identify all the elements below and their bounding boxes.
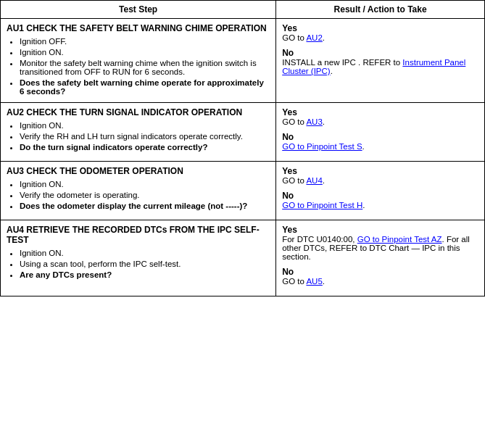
section-title-au1: AU1 CHECK THE SAFETY BELT WARNING CHIME … xyxy=(7,23,270,33)
link-AU5[interactable]: AU5 xyxy=(306,277,322,286)
result-block-au2-0: YesGO to AU3. xyxy=(282,107,478,126)
result-cell-au4: YesFor DTC U0140:00, GO to Pinpoint Test… xyxy=(276,220,484,296)
result-text-span: GO to xyxy=(282,176,306,185)
link-AU2[interactable]: AU2 xyxy=(306,33,322,42)
result-text-au4-1: GO to AU5. xyxy=(282,277,478,286)
step-cell-au3: AU3 CHECK THE ODOMETER OPERATIONIgnition… xyxy=(1,162,276,220)
step-item-au3-0: Ignition ON. xyxy=(20,180,270,188)
result-text-au3-1: GO to Pinpoint Test H. xyxy=(282,201,478,210)
result-block-au1-0: YesGO to AU2. xyxy=(282,23,478,42)
table-header: Test Step Result / Action to Take xyxy=(1,1,484,19)
step-list-au1: Ignition OFF.Ignition ON.Monitor the saf… xyxy=(7,37,270,96)
step-list-au4: Ignition ON.Using a scan tool, perform t… xyxy=(7,249,270,279)
result-cell-au1: YesGO to AU2.NoINSTALL a new IPC . REFER… xyxy=(276,19,484,102)
result-text-span: . xyxy=(323,176,325,185)
result-block-au1-1: NoINSTALL a new IPC . REFER to Instrumen… xyxy=(282,48,478,75)
result-cell-au2: YesGO to AU3.NoGO to Pinpoint Test S. xyxy=(276,103,484,161)
section-title-au4: AU4 RETRIEVE THE RECORDED DTCs FROM THE … xyxy=(7,225,270,245)
section-au4: AU4 RETRIEVE THE RECORDED DTCs FROM THE … xyxy=(1,220,484,296)
result-block-au4-1: NoGO to AU5. xyxy=(282,267,478,286)
step-cell-au1: AU1 CHECK THE SAFETY BELT WARNING CHIME … xyxy=(1,19,276,102)
step-item-au2-1: Verify the RH and LH turn signal indicat… xyxy=(20,132,270,141)
step-item-au1-1: Ignition ON. xyxy=(20,48,270,57)
step-item-au4-2: Are any DTCs present? xyxy=(20,270,270,279)
header-test-step: Test Step xyxy=(1,1,276,18)
result-block-au3-0: YesGO to AU4. xyxy=(282,166,478,185)
result-text-span: INSTALL a new IPC . REFER to xyxy=(282,58,402,67)
result-block-au4-0: YesFor DTC U0140:00, GO to Pinpoint Test… xyxy=(282,225,478,261)
step-list-au2: Ignition ON.Verify the RH and LH turn si… xyxy=(7,121,270,152)
section-au1: AU1 CHECK THE SAFETY BELT WARNING CHIME … xyxy=(1,19,484,103)
result-label-au1-1: No xyxy=(282,48,478,58)
result-label-au2-0: Yes xyxy=(282,107,478,117)
result-label-au2-1: No xyxy=(282,132,478,142)
step-item-au3-2: Does the odometer display the current mi… xyxy=(20,202,270,210)
step-cell-au4: AU4 RETRIEVE THE RECORDED DTCs FROM THE … xyxy=(1,220,276,296)
result-text-au2-0: GO to AU3. xyxy=(282,117,478,126)
result-text-au3-0: GO to AU4. xyxy=(282,176,478,185)
result-text-span: GO to xyxy=(282,33,306,42)
section-au3: AU3 CHECK THE ODOMETER OPERATIONIgnition… xyxy=(1,162,484,220)
link-PinpointAZ[interactable]: GO to Pinpoint Test AZ xyxy=(357,235,442,244)
result-cell-au3: YesGO to AU4.NoGO to Pinpoint Test H. xyxy=(276,162,484,220)
result-label-au4-0: Yes xyxy=(282,225,478,235)
result-text-span: . xyxy=(323,33,325,42)
result-block-au3-1: NoGO to Pinpoint Test H. xyxy=(282,191,478,210)
step-item-au1-2: Monitor the safety belt warning chime wh… xyxy=(20,59,270,76)
step-item-au4-0: Ignition ON. xyxy=(20,249,270,257)
result-text-au2-1: GO to Pinpoint Test S. xyxy=(282,142,478,151)
step-cell-au2: AU2 CHECK THE TURN SIGNAL INDICATOR OPER… xyxy=(1,103,276,161)
step-item-au3-1: Verify the odometer is operating. xyxy=(20,191,270,199)
result-text-span: GO to xyxy=(282,277,306,286)
link-AU3[interactable]: AU3 xyxy=(306,117,322,126)
result-label-au3-0: Yes xyxy=(282,166,478,176)
section-au2: AU2 CHECK THE TURN SIGNAL INDICATOR OPER… xyxy=(1,103,484,162)
step-item-au1-3: Does the safety belt warning chime opera… xyxy=(20,78,270,96)
result-text-au1-1: INSTALL a new IPC . REFER to Instrument … xyxy=(282,58,478,75)
result-text-span: . xyxy=(362,201,365,210)
step-item-au1-0: Ignition OFF. xyxy=(20,37,270,46)
result-text-au4-0: For DTC U0140:00, GO to Pinpoint Test AZ… xyxy=(282,235,478,261)
result-text-au1-0: GO to AU2. xyxy=(282,33,478,42)
result-text-span: . xyxy=(331,67,333,75)
result-block-au2-1: NoGO to Pinpoint Test S. xyxy=(282,132,478,151)
result-label-au3-1: No xyxy=(282,191,478,201)
link-PinpointS[interactable]: GO to Pinpoint Test S xyxy=(282,142,362,151)
link-AU4[interactable]: AU4 xyxy=(306,176,322,185)
result-text-span: . xyxy=(362,142,365,151)
header-result: Result / Action to Take xyxy=(276,1,484,18)
section-title-au3: AU3 CHECK THE ODOMETER OPERATION xyxy=(7,166,270,176)
link-PinpointH[interactable]: GO to Pinpoint Test H xyxy=(282,201,362,210)
section-title-au2: AU2 CHECK THE TURN SIGNAL INDICATOR OPER… xyxy=(7,107,270,117)
main-table: Test Step Result / Action to Take AU1 CH… xyxy=(0,0,485,296)
sections-container: AU1 CHECK THE SAFETY BELT WARNING CHIME … xyxy=(1,19,484,296)
result-text-span: . xyxy=(323,277,325,286)
result-text-span: For DTC U0140:00, xyxy=(282,235,357,244)
result-label-au4-1: No xyxy=(282,267,478,277)
result-text-span: . xyxy=(323,117,325,126)
result-text-span: GO to xyxy=(282,117,306,126)
result-label-au1-0: Yes xyxy=(282,23,478,33)
step-item-au4-1: Using a scan tool, perform the IPC self-… xyxy=(20,260,270,268)
step-item-au2-0: Ignition ON. xyxy=(20,121,270,130)
step-list-au3: Ignition ON.Verify the odometer is opera… xyxy=(7,180,270,210)
step-item-au2-2: Do the turn signal indicators operate co… xyxy=(20,143,270,152)
